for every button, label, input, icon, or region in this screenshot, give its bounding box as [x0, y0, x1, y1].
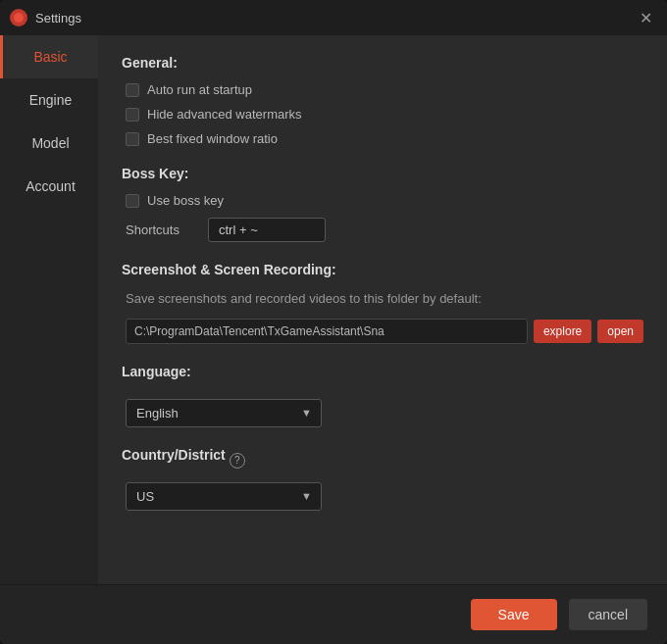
auto-run-checkbox[interactable] [126, 83, 139, 97]
settings-window: Settings ✕ Basic Engine Model Account Ge… [0, 0, 667, 644]
footer: Save cancel [0, 584, 667, 644]
app-icon [10, 9, 27, 26]
country-section: Country/District ? US China Japan Korea … [122, 447, 643, 511]
general-checkboxes: Auto run at startup Hide advanced waterm… [122, 82, 643, 146]
sidebar-item-model[interactable]: Model [0, 122, 98, 165]
path-row: C:\ProgramData\Tencent\TxGameAssistant\S… [122, 319, 643, 344]
general-title: General: [122, 55, 643, 71]
country-select[interactable]: US China Japan Korea Other [126, 482, 322, 511]
use-boss-key-checkbox[interactable] [126, 194, 139, 208]
hide-watermarks-label: Hide advanced watermarks [147, 107, 302, 122]
open-button[interactable]: open [597, 320, 643, 343]
explore-button[interactable]: explore [534, 320, 591, 343]
sidebar-item-account[interactable]: Account [0, 165, 98, 208]
cancel-button[interactable]: cancel [569, 599, 647, 630]
sidebar: Basic Engine Model Account [0, 35, 98, 584]
path-display: C:\ProgramData\Tencent\TxGameAssistant\S… [126, 319, 528, 344]
save-button[interactable]: Save [471, 599, 557, 630]
shortcuts-label: Shortcuts [126, 223, 196, 237]
screenshot-description: Save screenshots and recorded videos to … [122, 289, 643, 309]
close-button[interactable]: ✕ [634, 6, 657, 29]
auto-run-label: Auto run at startup [147, 82, 252, 97]
title-bar: Settings ✕ [0, 0, 667, 35]
hide-watermarks-checkbox[interactable] [126, 108, 139, 122]
shortcuts-row: Shortcuts [122, 218, 643, 242]
country-title: Country/District [122, 447, 226, 463]
fixed-window-label: Best fixed window ratio [147, 131, 278, 146]
screenshot-title: Screenshot & Screen Recording: [122, 262, 643, 277]
help-icon[interactable]: ? [230, 453, 245, 469]
boss-key-section: Boss Key: Use boss key Shortcuts [122, 166, 643, 242]
language-select[interactable]: English Chinese (Simplified) Chinese (Tr… [126, 399, 322, 427]
settings-panel: General: Auto run at startup Hide advanc… [98, 35, 667, 584]
language-select-wrapper: English Chinese (Simplified) Chinese (Tr… [122, 399, 322, 427]
fixed-window-checkbox[interactable] [126, 132, 139, 146]
country-select-wrapper: US China Japan Korea Other ▼ [122, 482, 322, 511]
language-section: Language: English Chinese (Simplified) C… [122, 364, 643, 427]
language-title: Language: [122, 364, 643, 379]
use-boss-key-row: Use boss key [122, 193, 643, 208]
use-boss-key-label: Use boss key [147, 193, 224, 208]
boss-key-title: Boss Key: [122, 166, 643, 181]
hide-watermarks-row: Hide advanced watermarks [126, 107, 643, 122]
window-title: Settings [35, 11, 634, 25]
sidebar-item-engine[interactable]: Engine [0, 78, 98, 122]
screenshot-section: Screenshot & Screen Recording: Save scre… [122, 262, 643, 344]
sidebar-item-basic[interactable]: Basic [0, 35, 98, 78]
auto-run-row: Auto run at startup [126, 82, 643, 97]
main-content: Basic Engine Model Account General: Auto… [0, 35, 667, 584]
fixed-window-row: Best fixed window ratio [126, 131, 643, 146]
shortcuts-input[interactable] [208, 218, 326, 242]
